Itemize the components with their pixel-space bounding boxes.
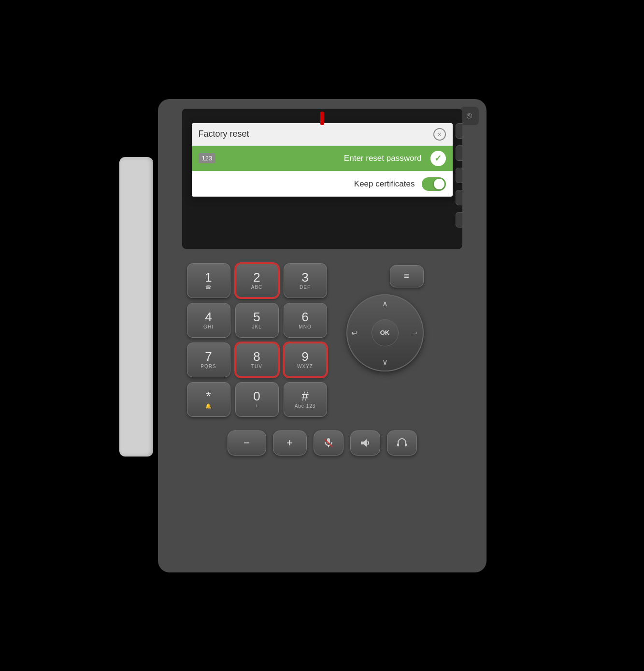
exit-button[interactable]: ⎋ xyxy=(460,107,479,125)
nav-ok-button[interactable]: OK xyxy=(372,319,399,346)
led-indicator xyxy=(320,112,324,125)
nav-up-button[interactable]: ∧ xyxy=(382,299,388,308)
key-1-button[interactable]: 1☎ xyxy=(187,263,230,298)
key-8-button[interactable]: 8TUV xyxy=(235,343,279,377)
side-buttons xyxy=(456,123,462,228)
key-*-button[interactable]: *🔔 xyxy=(187,382,230,417)
svg-rect-5 xyxy=(405,443,407,446)
side-button-3[interactable] xyxy=(456,168,462,183)
headset-button[interactable] xyxy=(387,430,417,456)
key-7-button[interactable]: 7PQRS xyxy=(187,343,230,377)
screen-display: Factory reset × 123 Enter reset password… xyxy=(182,109,462,249)
bottom-bar: − + xyxy=(228,430,417,456)
side-button-5[interactable] xyxy=(456,212,462,228)
nav-area: ≡ ∧ ∨ ↩ → OK xyxy=(346,263,424,371)
phone-container: ⎋ Factory reset × 123 Enter reset passwo… xyxy=(139,82,506,589)
key-0-button[interactable]: 0+ xyxy=(235,382,279,417)
menu-button[interactable]: ≡ xyxy=(390,265,424,287)
svg-marker-3 xyxy=(361,439,367,447)
password-check-button[interactable]: ✓ xyxy=(430,151,446,166)
mute-button[interactable] xyxy=(314,430,343,456)
factory-reset-dialog: Factory reset × 123 Enter reset password… xyxy=(192,123,453,197)
side-button-2[interactable] xyxy=(456,145,462,161)
key-2-button[interactable]: 2ABC xyxy=(235,263,279,298)
screen-area: Factory reset × 123 Enter reset password… xyxy=(182,109,462,249)
dialog-title: Factory reset xyxy=(199,129,249,139)
nav-circle: ∧ ∨ ↩ → OK xyxy=(346,294,424,371)
certificates-label: Keep certificates xyxy=(354,179,415,189)
password-row: 123 Enter reset password ✓ xyxy=(192,146,453,171)
side-button-1[interactable] xyxy=(456,123,462,139)
svg-rect-4 xyxy=(397,443,399,446)
side-button-4[interactable] xyxy=(456,190,462,205)
volume-up-button[interactable]: + xyxy=(273,430,307,456)
certificates-toggle[interactable] xyxy=(422,177,446,191)
key-9-button[interactable]: 9WXYZ xyxy=(284,343,327,377)
key-5-button[interactable]: 5JKL xyxy=(235,303,279,338)
password-prefix: 123 xyxy=(199,153,216,163)
nav-left-button[interactable]: ↩ xyxy=(351,328,358,337)
volume-down-button[interactable]: − xyxy=(228,430,266,456)
password-field[interactable]: Enter reset password xyxy=(220,154,425,163)
key-4-button[interactable]: 4GHI xyxy=(187,303,230,338)
key-3-button[interactable]: 3DEF xyxy=(284,263,327,298)
keypad-grid: 1☎2ABC3DEF4GHI5JKL6MNO7PQRS8TUV9WXYZ*🔔0+… xyxy=(187,263,327,417)
key-6-button[interactable]: 6MNO xyxy=(284,303,327,338)
speaker-button[interactable] xyxy=(350,430,380,456)
key-#-button[interactable]: #Abc 123 xyxy=(284,382,327,417)
dialog-title-bar: Factory reset × xyxy=(192,123,453,146)
handset xyxy=(119,157,153,457)
phone-body: ⎋ Factory reset × 123 Enter reset passwo… xyxy=(158,99,487,572)
keypad-area: 1☎2ABC3DEF4GHI5JKL6MNO7PQRS8TUV9WXYZ*🔔0+… xyxy=(187,263,458,417)
dialog-close-button[interactable]: × xyxy=(433,128,446,141)
nav-right-button[interactable]: → xyxy=(411,328,419,337)
nav-down-button[interactable]: ∨ xyxy=(382,357,388,367)
certificates-row: Keep certificates xyxy=(192,171,453,197)
